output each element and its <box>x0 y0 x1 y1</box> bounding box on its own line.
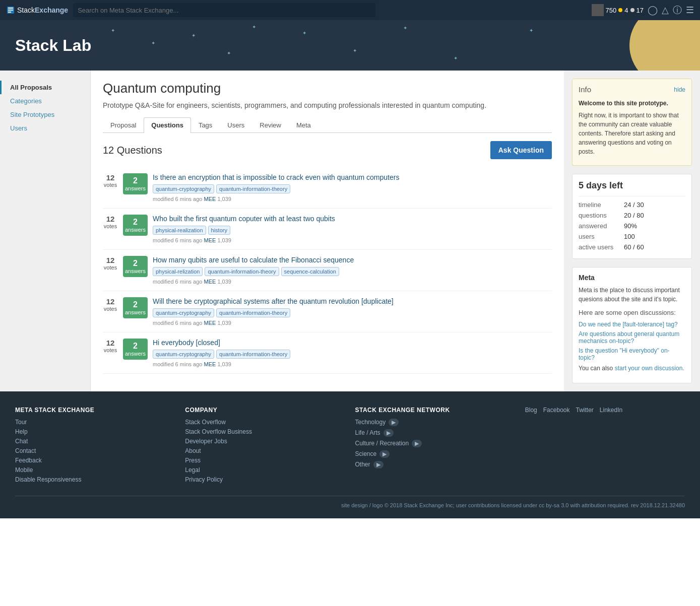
footer-company-title: COMPANY <box>185 407 345 414</box>
sidebar-item-categories[interactable]: Categories <box>0 94 90 108</box>
question-user[interactable]: MEE <box>204 320 216 326</box>
help-icon[interactable]: ⓘ <box>673 4 682 16</box>
question-user[interactable]: MEE <box>204 196 216 202</box>
network-category[interactable]: Culture / Recreation ▶ <box>355 440 515 447</box>
sidebar-item-site-prototypes[interactable]: Site Prototypes <box>0 108 90 121</box>
question-title[interactable]: Is there an encryption that is impossibl… <box>153 173 552 181</box>
network-category-label: Culture / Recreation <box>355 440 409 447</box>
footer-meta-link[interactable]: Mobile <box>15 466 175 474</box>
question-user[interactable]: MEE <box>204 237 216 243</box>
answers-label: answers <box>125 309 146 315</box>
meta-discussions-label: Here are some open discussions: <box>579 308 685 318</box>
stats-label: users <box>579 233 624 240</box>
network-category[interactable]: Science ▶ <box>355 450 515 458</box>
menu-icon[interactable]: ☰ <box>686 5 694 16</box>
user-rep: 1,039 <box>217 196 231 202</box>
tab-review[interactable]: Review <box>252 117 289 132</box>
hero-stars: ✦ ✦ ✦ ✦ ✦ ✦ ✦ ✦ ✦ ✦ <box>0 20 700 71</box>
tags-row: quantum-cryptographyquantum-information-… <box>153 350 552 359</box>
footer-company-link[interactable]: Stack Overflow <box>185 419 345 426</box>
tag[interactable]: quantum-cryptography <box>153 350 214 359</box>
svg-rect-4 <box>592 4 604 16</box>
tag[interactable]: quantum-cryptography <box>153 184 214 193</box>
network-category[interactable]: Life / Arts ▶ <box>355 429 515 437</box>
footer-meta-link[interactable]: Feedback <box>15 457 175 464</box>
question-user[interactable]: MEE <box>204 279 216 285</box>
footer-meta-link[interactable]: Chat <box>15 438 175 445</box>
inbox-icon[interactable]: ◯ <box>648 5 658 16</box>
modified-time: modified 6 mins ago <box>153 279 202 285</box>
network-category-badge: ▶ <box>389 419 399 426</box>
gold-dot <box>618 8 622 12</box>
ask-question-button[interactable]: Ask Question <box>490 141 552 159</box>
footer-company-link[interactable]: Legal <box>185 466 345 474</box>
search-input[interactable] <box>73 3 375 17</box>
tag[interactable]: history <box>208 226 230 235</box>
question-user[interactable]: MEE <box>204 361 216 367</box>
tag[interactable]: quantum-information-theory <box>216 184 290 193</box>
start-discussion-link[interactable]: start your own discussion. <box>615 365 684 372</box>
answers-number: 2 <box>125 218 146 227</box>
info-welcome: Welcome to this site prototype. <box>579 100 668 107</box>
footer-social-link[interactable]: Blog <box>525 407 537 414</box>
network-category[interactable]: Technology ▶ <box>355 419 515 426</box>
network-category-badge: ▶ <box>379 450 390 458</box>
trophy-icon[interactable]: △ <box>662 5 669 16</box>
network-category-badge: ▶ <box>373 461 384 468</box>
stats-value: 60 / 60 <box>624 243 644 251</box>
footer-meta-link[interactable]: Tour <box>15 419 175 426</box>
tag[interactable]: physical-relization <box>153 267 203 276</box>
meta-discussion-link[interactable]: Is the question "Hi everybody" on-topic? <box>579 347 685 361</box>
footer-company-link[interactable]: Privacy Policy <box>185 476 345 483</box>
info-box-header: Info hide <box>579 85 685 94</box>
tag[interactable]: quantum-information-theory <box>216 308 290 317</box>
stats-value: 20 / 80 <box>624 212 644 219</box>
tags-row: quantum-cryptographyquantum-information-… <box>153 184 552 193</box>
vote-number: 12 <box>103 215 118 223</box>
sidebar-item-all-proposals[interactable]: All Proposals <box>0 81 90 94</box>
tab-meta[interactable]: Meta <box>289 117 319 132</box>
answers-label: answers <box>125 185 146 191</box>
question-title[interactable]: How many qubits are useful to calculate … <box>153 256 552 264</box>
footer-social-link[interactable]: LinkedIn <box>600 407 622 414</box>
footer-meta-link[interactable]: Contact <box>15 447 175 454</box>
avatar-icon <box>592 4 604 16</box>
days-left: 5 days left <box>579 180 685 191</box>
tab-questions[interactable]: Questions <box>144 117 191 133</box>
tab-users[interactable]: Users <box>220 117 252 132</box>
question-title[interactable]: Will there be cryptographical systems af… <box>153 297 552 305</box>
tag[interactable]: physical-realization <box>153 226 206 235</box>
sidebar-item-users[interactable]: Users <box>0 121 90 135</box>
stats-value: 100 <box>624 233 635 240</box>
footer-company-link[interactable]: About <box>185 447 345 454</box>
site-logo[interactable]: StackExchange <box>6 6 68 15</box>
search-bar[interactable] <box>73 3 375 17</box>
tab-proposal[interactable]: Proposal <box>103 117 144 132</box>
footer-meta-link[interactable]: Disable Responsiveness <box>15 476 175 483</box>
content-area: Quantum computing Prototype Q&A-Site for… <box>91 71 564 391</box>
footer-company-link[interactable]: Stack Overflow Business <box>185 428 345 435</box>
meta-discussion-link[interactable]: Are questions about general quantum mech… <box>579 330 685 345</box>
footer-company-link[interactable]: Developer Jobs <box>185 438 345 445</box>
tag[interactable]: quantum-cryptography <box>153 308 214 317</box>
footer-social-link[interactable]: Facebook <box>543 407 570 414</box>
question-meta: modified 6 mins ago MEE 1,039 <box>153 361 552 367</box>
footer-social-link[interactable]: Twitter <box>576 407 593 414</box>
tag[interactable]: quantum-information-theory <box>205 267 279 276</box>
vote-count: 12 votes <box>103 339 118 353</box>
question-title[interactable]: Hi everybody [closed] <box>153 339 552 347</box>
gold-count: 4 <box>624 7 628 14</box>
meta-links: Do we need the [fault-tolerance] tag?Are… <box>579 321 685 361</box>
footer-network-col: STACK EXCHANGE NETWORK Technology ▶ Life… <box>355 407 515 486</box>
network-category[interactable]: Other ▶ <box>355 461 515 468</box>
info-box: Info hide Welcome to this site prototype… <box>572 79 692 166</box>
network-category-badge: ▶ <box>384 429 394 437</box>
tag[interactable]: sequence-calculation <box>281 267 339 276</box>
hide-info-link[interactable]: hide <box>674 86 685 93</box>
question-title[interactable]: Who built the first quantum coputer with… <box>153 215 552 223</box>
footer-meta-link[interactable]: Help <box>15 428 175 435</box>
footer-company-link[interactable]: Press <box>185 457 345 464</box>
meta-discussion-link[interactable]: Do we need the [fault-tolerance] tag? <box>579 321 685 328</box>
tab-tags[interactable]: Tags <box>191 117 220 132</box>
tag[interactable]: quantum-information-theory <box>216 350 290 359</box>
